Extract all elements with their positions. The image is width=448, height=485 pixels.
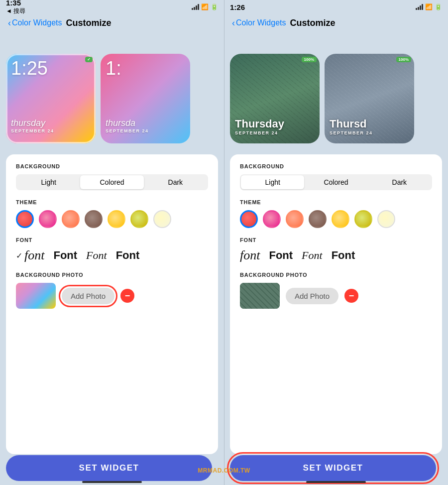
customize-panel-right: BACKGROUND Light Colored Dark THEME FONT… xyxy=(230,154,442,454)
font-bold-right[interactable]: Font xyxy=(332,249,355,262)
bg-dark-left[interactable]: Dark xyxy=(144,175,207,189)
font-row-right: font Font Font Font xyxy=(240,248,432,263)
home-indicator-left xyxy=(82,481,142,483)
remove-photo-button-right[interactable]: − xyxy=(344,289,358,303)
battery-icon-right: 🔋 xyxy=(435,3,442,10)
photo-thumb-left xyxy=(16,283,56,309)
page-title-left: Customize xyxy=(66,18,111,28)
back-button-left[interactable]: ‹ Color Widgets xyxy=(8,18,62,28)
bg-segment-left[interactable]: Light Colored Dark xyxy=(16,174,208,190)
widget-photo-right[interactable]: 100% Thursd SEPTEMBER 24 xyxy=(325,54,414,143)
bg-light-left[interactable]: Light xyxy=(17,175,80,189)
real-photo-thumb xyxy=(240,283,280,309)
theme-color-0-right[interactable] xyxy=(240,210,258,228)
left-status-icons: 📶 🔋 xyxy=(192,3,218,10)
widget-preview-right: 100% Thursday SEPTEMBER 24 100% Thursd S… xyxy=(224,32,448,151)
signal-icon xyxy=(192,4,199,10)
widget-option-left[interactable]: 1: thursda SEPTEMBER 24 xyxy=(101,54,190,143)
wifi-icon: 📶 xyxy=(201,3,209,10)
battery-icon: 🔋 xyxy=(211,3,218,10)
bg-photo-section-right: BACKGROUND PHOTO Add Photo − xyxy=(240,272,432,309)
set-widget-button-left[interactable]: SET WIDGET xyxy=(6,455,212,481)
theme-color-1-left[interactable] xyxy=(39,210,57,228)
bg-colored-left[interactable]: Colored xyxy=(80,175,143,189)
set-widget-button-right[interactable]: SET WIDGET xyxy=(230,455,436,481)
theme-row-left xyxy=(16,210,208,228)
font-section-right: FONT font Font Font Font xyxy=(240,237,432,263)
bg-dark-right[interactable]: Dark xyxy=(368,175,431,189)
nav-bar-left: ‹ Color Widgets Customize xyxy=(0,14,224,32)
theme-color-1-right[interactable] xyxy=(263,210,281,228)
bg-photo-label-left: BACKGROUND PHOTO xyxy=(16,272,208,278)
theme-color-5-left[interactable] xyxy=(130,210,148,228)
bg-photo-section-left: BACKGROUND PHOTO Add Photo − xyxy=(16,272,208,309)
home-indicator-right xyxy=(306,481,366,483)
font-check-icon: ✓ xyxy=(16,251,22,260)
wifi-icon-right: 📶 xyxy=(425,3,433,10)
theme-color-5-right[interactable] xyxy=(354,210,372,228)
background-section-left: BACKGROUND Light Colored Dark xyxy=(16,163,208,190)
font-section-left: FONT ✓ font Font Font Font xyxy=(16,237,208,263)
theme-color-3-right[interactable] xyxy=(309,210,327,228)
photo-thumb-right xyxy=(240,283,280,309)
bg-light-right[interactable]: Light xyxy=(241,175,304,189)
chevron-left-icon: ‹ xyxy=(8,18,11,28)
theme-color-2-right[interactable] xyxy=(286,210,304,228)
badge-100-left: 100% xyxy=(302,57,317,62)
theme-color-0-left[interactable] xyxy=(16,210,34,228)
theme-color-3-left[interactable] xyxy=(85,210,103,228)
font-bold-left[interactable]: Font xyxy=(116,249,140,262)
watermark: MRMAD.COM.TW xyxy=(198,467,250,474)
left-time: 1:35 ◄ 搜尋 xyxy=(6,0,25,15)
font-script-right[interactable]: font xyxy=(240,248,260,263)
background-section-right: BACKGROUND Light Colored Dark xyxy=(240,163,432,190)
theme-label-left: THEME xyxy=(16,199,208,205)
add-photo-button-right[interactable]: Add Photo xyxy=(286,288,338,304)
bg-segment-right[interactable]: Light Colored Dark xyxy=(240,174,432,190)
theme-color-2-left[interactable] xyxy=(62,210,80,228)
bg-photo-label-right: BACKGROUND PHOTO xyxy=(240,272,432,278)
theme-color-4-right[interactable] xyxy=(332,210,349,228)
font-hand-right[interactable]: Font xyxy=(302,249,323,262)
status-bar-left: 1:35 ◄ 搜尋 📶 🔋 xyxy=(0,0,224,14)
font-label-right: FONT xyxy=(240,237,432,243)
bg-photo-row-left: Add Photo − xyxy=(16,283,208,309)
theme-color-4-left[interactable] xyxy=(108,210,125,228)
font-script-left[interactable]: ✓ font xyxy=(16,248,44,263)
page-title-right: Customize xyxy=(290,18,335,28)
right-status-icons: 📶 🔋 xyxy=(416,3,442,10)
theme-color-6-left[interactable] xyxy=(153,210,171,228)
bg-label-right: BACKGROUND xyxy=(240,163,432,169)
gradient-thumb xyxy=(16,283,56,309)
theme-label-right: THEME xyxy=(240,199,432,205)
signal-icon-right xyxy=(416,4,423,10)
theme-color-6-right[interactable] xyxy=(377,210,395,228)
chevron-left-icon-right: ‹ xyxy=(232,18,235,28)
bg-photo-row-right: Add Photo − xyxy=(240,283,432,309)
panel-divider xyxy=(224,0,224,485)
customize-panel-left: BACKGROUND Light Colored Dark THEME FONT… xyxy=(6,154,218,454)
nav-bar-right: ‹ Color Widgets Customize xyxy=(224,14,448,32)
bg-colored-right[interactable]: Colored xyxy=(304,175,367,189)
badge-100-right: 100% xyxy=(396,57,411,62)
widget-photo-left[interactable]: 100% Thursday SEPTEMBER 24 xyxy=(230,54,320,143)
status-bar-right: 1:26 📶 🔋 xyxy=(224,0,448,14)
back-button-right[interactable]: ‹ Color Widgets xyxy=(232,18,286,28)
add-photo-button-left[interactable]: Add Photo xyxy=(62,288,114,304)
widget-selected-left[interactable]: 1:25 thursday SEPTEMBER 24 ✓ xyxy=(6,54,96,143)
font-hand-left[interactable]: Font xyxy=(86,249,107,262)
font-sans-right[interactable]: Font xyxy=(269,249,293,262)
remove-photo-button-left[interactable]: − xyxy=(120,289,134,303)
font-sans-left[interactable]: Font xyxy=(53,249,77,262)
widget-preview-left: 1:25 thursday SEPTEMBER 24 ✓ 1: thursda … xyxy=(0,32,224,151)
theme-section-left: THEME xyxy=(16,199,208,228)
bg-label-left: BACKGROUND xyxy=(16,163,208,169)
font-label-left: FONT xyxy=(16,237,208,243)
theme-row-right xyxy=(240,210,432,228)
theme-section-right: THEME xyxy=(240,199,432,228)
font-row-left: ✓ font Font Font Font xyxy=(16,248,208,263)
